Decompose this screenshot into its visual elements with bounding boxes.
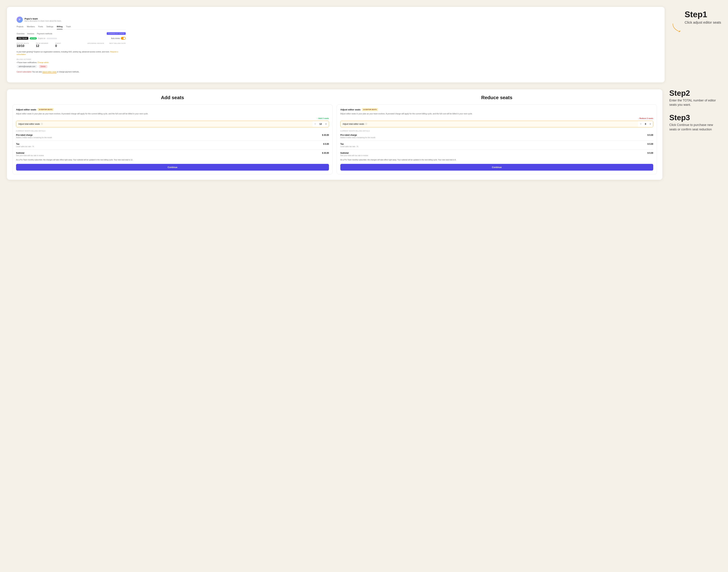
reduce-stepper-plus[interactable]: + (648, 121, 653, 127)
step3-number: Step3 (669, 114, 721, 122)
auto-renew-toggle[interactable] (121, 37, 126, 40)
tab-billing[interactable]: Billing (57, 25, 63, 29)
next-billing-label: NEXT BILLING DATE (109, 43, 126, 44)
subtab-overview[interactable]: Overview (16, 32, 24, 35)
reduce-tax-sub: Local sales tax rate - % (340, 146, 358, 147)
add-stepper-value: 12 (318, 123, 323, 125)
team-member-label: TEAM MEMBER (36, 43, 48, 44)
add-tax-amount: $ 0.00 (323, 143, 329, 145)
add-stepper-row: Adjust total editor seats ⓘ − 12 + (16, 121, 329, 127)
add-continue-button[interactable]: Continue (16, 164, 329, 170)
expire-text: Expire on (38, 38, 57, 39)
adjust-editor-seats-link[interactable]: adjust editor seats (43, 71, 56, 73)
step1-number: Step1 (685, 10, 728, 19)
tab-settings[interactable]: Settings (47, 25, 53, 29)
tab-members[interactable]: Members (27, 25, 35, 29)
reduce-subtotal-row: Subtotal See your total with tax rate in… (340, 152, 653, 156)
add-subtotal-amount: $ 20.00 (322, 152, 329, 154)
stats-row: EDITOR SEATS 10/10 TEAM MEMBER 12 GUEST … (16, 43, 126, 48)
upcoming-invoice-label: UPCOMING INVOICE (87, 43, 104, 44)
add-change-indicator: ↑ Add 2 seats (317, 117, 329, 119)
reduce-pro-rated-row: Pro-rated charge Added 0 editor seat x r… (340, 134, 653, 139)
delete-button[interactable]: Delete (39, 65, 47, 68)
add-seats-title: Add seats (12, 95, 332, 100)
add-stepper-info-icon[interactable]: ⓘ (41, 123, 43, 125)
team-avatar: P (16, 16, 23, 23)
add-seats-panel: Adjust editor seats 10 EDITOR SEATS Adju… (12, 104, 332, 174)
step3-desc: Click Continue to purchase new seats or … (669, 123, 721, 131)
nav-tabs: Projects Members Fonts Settings Billing … (16, 25, 126, 29)
add-stepper-label: Adjust total editor seats (18, 123, 40, 125)
subtab-invoices[interactable]: Invoices (27, 32, 34, 35)
reduce-stepper-minus[interactable]: − (638, 121, 644, 127)
auto-renew: Auto renew (111, 37, 126, 40)
info-text: Is your team growing? Explore our organi… (16, 51, 126, 56)
team-member-value: 12 (36, 44, 48, 48)
step2-block: Step2 Enter the TOTAL number of editor s… (669, 89, 721, 107)
add-stepper-plus[interactable]: + (323, 121, 329, 127)
active-badge: ACTIVE (30, 37, 37, 40)
footer-links: Cancel subscription You can also adjust … (16, 71, 126, 73)
step1-label: Step1 Click adjust editor seats (685, 10, 728, 25)
sub-tabs: Overview Invoices Payment methods POWERE… (16, 32, 126, 35)
footer-prefix: You can also (32, 71, 43, 73)
editor-seats-label: EDITOR SEATS (16, 43, 29, 44)
team-desc: Add a description to share more about th… (24, 20, 61, 22)
add-subtotal-label: Subtotal (16, 152, 44, 154)
add-pro-rated-row: Pro-rated charge Added 2 editor seats x … (16, 134, 329, 139)
editor-seats-value: 10/10 (16, 44, 29, 48)
billing-action-item: • Future team notifications: Change admi… (16, 62, 126, 64)
step3-block: Step3 Click Continue to purchase new sea… (669, 114, 721, 131)
reduce-subtotal-amount: $ 0.00 (648, 152, 653, 154)
reduce-tax-row: Tax Local sales tax rate - % $ 0.00 (340, 143, 653, 147)
step1-desc: Click adjust editor seats (685, 20, 728, 25)
billing-actions-label: BILLING ACTIONS (16, 59, 126, 60)
team-header: P Pupu's team Add a description to share… (16, 16, 126, 23)
or-text: or change payment methods. (57, 71, 79, 73)
reduce-stepper-value: 8 (644, 123, 648, 125)
reduce-stepper-row: Adjust total editor seats ⓘ − 8 + (340, 121, 653, 127)
email-pill: admin@example.com (16, 65, 38, 68)
cancel-subscription-link[interactable]: Cancel subscription (16, 71, 32, 73)
reduce-tax-amount: $ 0.00 (648, 143, 653, 145)
step1-arrow (672, 10, 682, 34)
tab-trash[interactable]: Trash (66, 25, 71, 29)
add-pro-rated-label: Pro-rated charge (16, 134, 52, 136)
email-row: admin@example.com Delete (16, 65, 126, 68)
plan-badge: PRO TEAM (16, 37, 28, 40)
add-billing-title: CURRENT MONTH BILLING DETAILS (16, 130, 329, 132)
add-seats-desc: Adjust editor seats in your plan as your… (16, 112, 329, 115)
guest-value: 0 (55, 44, 61, 48)
reduce-billing-title: CURRENT MONTH BILLING DETAILS (340, 130, 653, 132)
guest-label: GUEST (55, 43, 61, 44)
add-panel-title: Adjust editor seats (16, 108, 36, 111)
add-stepper-minus[interactable]: − (312, 121, 318, 127)
reduce-seats-title: Reduce seats (337, 95, 657, 100)
bottom-card: Add seats Adjust editor seats 10 EDITOR … (7, 89, 662, 180)
reduce-subtotal-sub: See your total with tax rate in review (340, 155, 368, 156)
reduce-pro-rated-label: Pro-rated charge (340, 134, 375, 136)
change-admin-link[interactable]: Change admin (38, 62, 49, 64)
step2-number: Step2 (669, 89, 721, 97)
reduce-stepper-label: Adjust total editor seats (343, 123, 364, 125)
reduce-seats-badge: 10 EDITOR SEATS (362, 108, 378, 111)
reduce-continue-button[interactable]: Continue (340, 164, 653, 170)
step2-desc: Enter the TOTAL number of editor seats y… (669, 98, 721, 107)
reduce-tax-label: Tax (340, 143, 358, 145)
reduce-panel-title: Adjust editor seats (340, 108, 361, 111)
tab-projects[interactable]: Projects (16, 25, 23, 29)
reduce-note-text: As a Pro Team monthly subscriber, the ch… (340, 158, 653, 161)
add-note-text: As a Pro Team monthly subscriber, the ch… (16, 158, 329, 161)
add-subtotal-sub: See your total with tax rate in review (16, 155, 44, 156)
reduce-seats-desc: Adjust editor seats in your plan as your… (340, 112, 653, 115)
stripe-badge: POWERED BY STRIPE (107, 32, 126, 35)
subtab-payment[interactable]: Payment methods (37, 32, 52, 35)
add-seats-badge: 10 EDITOR SEATS (38, 108, 54, 111)
add-pro-rated-amount: $ 20.00 (322, 134, 329, 136)
reduce-stepper-info-icon[interactable]: ⓘ (365, 123, 367, 125)
add-tax-sub: Local sales tax rate - % (16, 146, 34, 147)
add-tax-label: Tax (16, 143, 34, 145)
plan-row: PRO TEAM ACTIVE Expire on Auto renew (16, 37, 126, 40)
tab-fonts[interactable]: Fonts (38, 25, 43, 29)
add-pro-rated-sub: Added 2 editor seats x remaining for the… (16, 137, 52, 139)
